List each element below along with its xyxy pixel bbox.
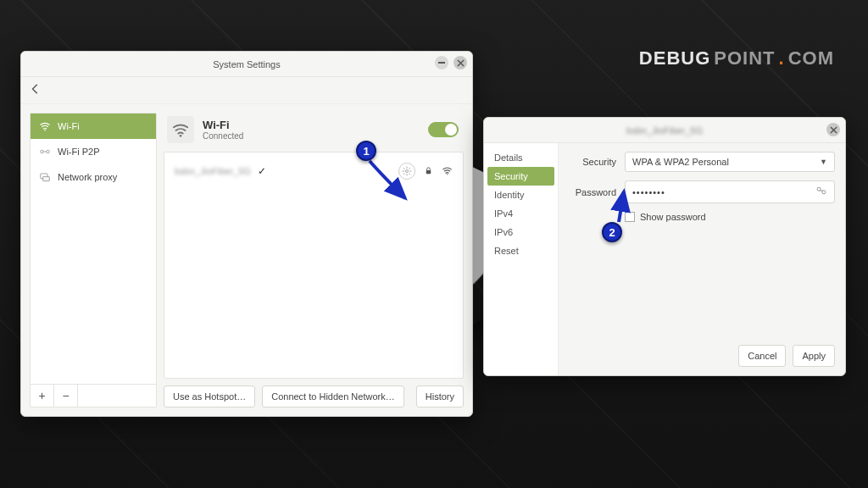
tab-details[interactable]: Details xyxy=(487,148,554,167)
wifi-p2p-icon xyxy=(39,146,51,158)
security-dropdown-value: WPA & WPA2 Personal xyxy=(632,157,729,167)
password-value: •••••••• xyxy=(632,187,665,197)
svg-point-5 xyxy=(180,135,182,137)
window-titlebar[interactable]: System Settings xyxy=(21,52,472,77)
window-subheader xyxy=(21,77,472,104)
dialog-footer: Cancel Apply xyxy=(569,345,835,367)
pane-subtitle: Connected xyxy=(203,131,243,141)
watermark-text-right: COM xyxy=(788,47,834,69)
svg-point-6 xyxy=(406,170,409,173)
close-icon xyxy=(457,59,465,67)
window-controls xyxy=(435,56,467,69)
password-row: Password •••••••• xyxy=(569,180,835,203)
tab-security[interactable]: Security xyxy=(487,167,554,186)
network-properties-dialog: bsbn_JioFiber_5G Details Security Identi… xyxy=(483,117,846,376)
sidebar-item-label: Network proxy xyxy=(58,172,117,182)
cancel-button[interactable]: Cancel xyxy=(738,345,786,367)
svg-point-8 xyxy=(447,174,448,175)
settings-body: Wi-Fi Wi-Fi P2P Network proxy + − xyxy=(21,104,472,416)
show-password-label: Show password xyxy=(640,212,706,222)
watermark-text: POINT xyxy=(714,47,775,69)
use-as-hotspot-button[interactable]: Use as Hotspot… xyxy=(164,385,255,408)
sidebar-bottom-toolbar: + − xyxy=(31,384,156,407)
wifi-header: Wi-Fi Connected xyxy=(164,113,464,152)
apply-button[interactable]: Apply xyxy=(793,345,835,367)
dialog-titlebar[interactable]: bsbn_JioFiber_5G xyxy=(484,118,845,143)
annotation-label: 1 xyxy=(363,145,369,158)
dialog-close-button[interactable] xyxy=(826,123,840,136)
history-button[interactable]: History xyxy=(416,385,464,408)
annotation-callout-1: 1 xyxy=(356,141,376,161)
svg-point-1 xyxy=(41,150,44,153)
security-label: Security xyxy=(569,157,616,167)
sidebar-item-network-proxy[interactable]: Network proxy xyxy=(31,164,156,190)
security-dropdown[interactable]: WPA & WPA2 Personal ▼ xyxy=(625,152,835,172)
show-password-checkbox[interactable] xyxy=(625,212,635,222)
svg-point-9 xyxy=(817,187,821,191)
window-close-button[interactable] xyxy=(453,56,467,69)
remove-button[interactable]: − xyxy=(54,385,78,407)
network-row-left: bsbn_JioFiber_5G ✓ xyxy=(175,165,266,177)
network-list: bsbn_JioFiber_5G ✓ xyxy=(164,152,464,379)
watermark: DEBUGPOINT.COM xyxy=(639,47,834,69)
annotation-callout-2: 2 xyxy=(602,222,622,242)
svg-rect-4 xyxy=(43,176,50,180)
wifi-icon-large xyxy=(167,116,194,143)
tab-ipv6[interactable]: IPv6 xyxy=(487,223,554,241)
wifi-title-block: Wi-Fi Connected xyxy=(203,119,243,141)
bottom-toolbar: Use as Hotspot… Connect to Hidden Networ… xyxy=(164,385,464,408)
svg-point-0 xyxy=(44,130,46,131)
back-button[interactable] xyxy=(30,83,42,97)
sidebar-item-label: Wi-Fi P2P xyxy=(58,147,100,157)
dialog-main: Security WPA & WPA2 Personal ▼ Password … xyxy=(559,143,845,375)
pane-title: Wi-Fi xyxy=(203,119,243,131)
arrow-left-icon xyxy=(30,83,42,95)
gear-icon xyxy=(402,166,412,176)
settings-main-pane: Wi-Fi Connected bsbn_JioFiber_5G ✓ xyxy=(164,113,464,408)
window-minimize-button[interactable] xyxy=(435,56,448,69)
sidebar-item-wifi[interactable]: Wi-Fi xyxy=(31,114,156,139)
dialog-title: bsbn_JioFiber_5G xyxy=(626,125,703,136)
close-icon xyxy=(830,126,837,134)
connect-hidden-network-button[interactable]: Connect to Hidden Network… xyxy=(262,385,404,408)
dialog-sidebar: Details Security Identity IPv4 IPv6 Rese… xyxy=(484,143,559,375)
watermark-dot: . xyxy=(779,47,785,69)
watermark-text-strong: DEBUG xyxy=(639,47,710,69)
svg-point-2 xyxy=(47,150,50,153)
system-settings-window: System Settings Wi-Fi Wi-Fi P2P xyxy=(20,51,473,417)
proxy-icon xyxy=(39,171,51,183)
sidebar-item-label: Wi-Fi xyxy=(58,121,80,131)
security-row: Security WPA & WPA2 Personal ▼ xyxy=(569,152,835,172)
tab-identity[interactable]: Identity xyxy=(487,186,554,204)
dialog-body: Details Security Identity IPv4 IPv6 Rese… xyxy=(484,143,845,375)
wifi-icon xyxy=(39,120,51,132)
svg-rect-7 xyxy=(426,170,431,174)
chevron-down-icon: ▼ xyxy=(820,158,827,166)
password-label: Password xyxy=(569,187,616,197)
add-button[interactable]: + xyxy=(31,385,54,407)
annotation-label: 2 xyxy=(609,226,615,239)
network-ssid: bsbn_JioFiber_5G xyxy=(175,166,251,176)
password-visibility-icon[interactable] xyxy=(815,186,827,198)
connected-check-icon: ✓ xyxy=(258,165,266,177)
window-title: System Settings xyxy=(213,59,280,69)
tab-reset[interactable]: Reset xyxy=(487,241,554,260)
password-input[interactable]: •••••••• xyxy=(625,180,835,203)
network-row[interactable]: bsbn_JioFiber_5G ✓ xyxy=(170,158,458,185)
svg-point-10 xyxy=(822,191,826,194)
signal-icon xyxy=(442,165,453,178)
network-settings-button[interactable] xyxy=(398,163,415,180)
wifi-header-left: Wi-Fi Connected xyxy=(167,116,243,143)
lock-icon xyxy=(424,166,433,177)
settings-sidebar: Wi-Fi Wi-Fi P2P Network proxy + − xyxy=(30,113,157,408)
wifi-toggle[interactable] xyxy=(428,122,459,137)
network-row-right xyxy=(398,163,453,180)
show-password-row: Show password xyxy=(625,212,835,222)
tab-ipv4[interactable]: IPv4 xyxy=(487,204,554,223)
sidebar-item-wifi-p2p[interactable]: Wi-Fi P2P xyxy=(31,139,156,164)
